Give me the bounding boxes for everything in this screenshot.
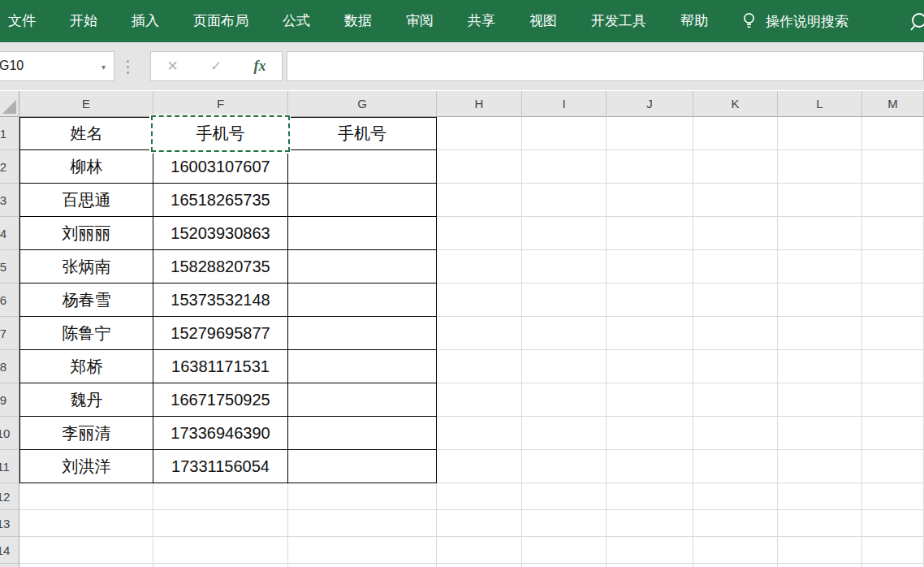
cell-E11[interactable]: 刘洪洋: [19, 450, 153, 483]
grid-cell-J4[interactable]: [607, 217, 693, 250]
ribbon-tab-5[interactable]: 公式: [283, 0, 310, 42]
grid-cell-K10[interactable]: [693, 417, 778, 450]
grid-cell-L15[interactable]: [778, 564, 862, 567]
grid-cell-J3[interactable]: [607, 184, 693, 217]
grid-cell-G13[interactable]: [288, 510, 437, 537]
grid-cell-M4[interactable]: [862, 217, 924, 250]
grid-cell-M10[interactable]: [862, 417, 924, 450]
enter-icon[interactable]: ✓: [210, 59, 222, 73]
grid-cell-M15[interactable]: [862, 564, 924, 567]
grid-cell-L11[interactable]: [778, 450, 862, 483]
grid-cell-K4[interactable]: [693, 217, 778, 250]
grid-cell-H1[interactable]: [437, 117, 522, 150]
grid-cell-H13[interactable]: [437, 510, 522, 537]
column-header-K[interactable]: K: [693, 91, 778, 117]
ribbon-tab-6[interactable]: 数据: [344, 0, 372, 42]
select-all-corner[interactable]: [0, 91, 19, 117]
grid-cell-G12[interactable]: [288, 483, 437, 510]
grid-cell-L12[interactable]: [778, 483, 862, 510]
cell-F7[interactable]: 15279695877: [153, 317, 288, 350]
grid-cell-K14[interactable]: [693, 537, 778, 564]
grid-cell-K15[interactable]: [693, 564, 778, 567]
grid-cell-J10[interactable]: [607, 417, 693, 450]
column-header-G[interactable]: G: [288, 91, 437, 117]
grid-cell-L6[interactable]: [778, 284, 862, 317]
cell-F1[interactable]: 手机号: [153, 117, 288, 150]
grid-cell-L5[interactable]: [778, 250, 862, 284]
row-header-2[interactable]: 2: [0, 150, 19, 184]
column-header-M[interactable]: M: [862, 91, 924, 117]
ribbon-tab-8[interactable]: 共享: [468, 0, 495, 42]
grid-cell-I11[interactable]: [522, 450, 607, 483]
cell-G6[interactable]: [288, 284, 437, 317]
cell-F2[interactable]: 16003107607: [153, 150, 288, 184]
row-header-8[interactable]: 8: [0, 350, 19, 383]
insert-function-icon[interactable]: fx: [253, 58, 266, 75]
row-header-6[interactable]: 6: [0, 284, 19, 317]
grid-cell-M3[interactable]: [862, 184, 924, 217]
cell-E8[interactable]: 郑桥: [19, 350, 153, 383]
column-header-J[interactable]: J: [607, 91, 693, 117]
name-box[interactable]: G10 ▾: [0, 51, 114, 81]
grid-cell-H7[interactable]: [437, 317, 522, 350]
grid-cell-I7[interactable]: [522, 317, 607, 350]
grid-cell-J8[interactable]: [607, 350, 693, 383]
grid-cell-H2[interactable]: [437, 150, 522, 184]
cell-F11[interactable]: 17331156054: [153, 450, 288, 483]
cell-F9[interactable]: 16671750925: [153, 383, 288, 417]
name-box-dropdown-icon[interactable]: ▾: [101, 63, 106, 71]
grid-cell-L1[interactable]: [778, 117, 862, 150]
grid-cell-M7[interactable]: [862, 317, 924, 350]
grid-cell-I9[interactable]: [522, 383, 607, 417]
grid-cell-J5[interactable]: [607, 250, 693, 284]
grid-cell-I14[interactable]: [522, 537, 607, 564]
cell-G2[interactable]: [288, 150, 437, 184]
grid-cell-J11[interactable]: [607, 450, 693, 483]
grid-cell-K5[interactable]: [693, 250, 778, 284]
row-header-12[interactable]: 12: [0, 483, 19, 510]
row-header-10[interactable]: 10: [0, 417, 19, 450]
grid-cell-J9[interactable]: [607, 383, 693, 417]
grid-cell-I12[interactable]: [522, 483, 607, 510]
cell-E10[interactable]: 李丽清: [19, 417, 153, 450]
ribbon-tab-9[interactable]: 视图: [529, 0, 557, 42]
grid-cell-K13[interactable]: [693, 510, 778, 537]
grid-cell-F12[interactable]: [153, 483, 288, 510]
grid-cell-M11[interactable]: [862, 450, 924, 483]
grid-cell-K3[interactable]: [693, 184, 778, 217]
tell-me-search[interactable]: 操作说明搜索: [742, 12, 848, 31]
ribbon-tab-1[interactable]: 文件: [8, 0, 36, 42]
cell-G7[interactable]: [288, 317, 437, 350]
cell-F6[interactable]: 15373532148: [153, 284, 288, 317]
row-header-7[interactable]: 7: [0, 317, 19, 350]
grid-cell-H4[interactable]: [437, 217, 522, 250]
grid-cell-L3[interactable]: [778, 184, 862, 217]
grid-cell-L10[interactable]: [778, 417, 862, 450]
column-header-I[interactable]: I: [522, 91, 607, 117]
grid-cell-E14[interactable]: [19, 537, 153, 564]
cell-E2[interactable]: 柳林: [19, 150, 153, 184]
grid-cell-M14[interactable]: [862, 537, 924, 564]
grid-cell-F15[interactable]: [153, 564, 288, 567]
cancel-icon[interactable]: ✕: [167, 59, 179, 73]
grid-cell-K6[interactable]: [693, 284, 778, 317]
ribbon-tab-2[interactable]: 开始: [70, 0, 97, 42]
grid-cell-F13[interactable]: [153, 510, 288, 537]
grid-cell-L13[interactable]: [778, 510, 862, 537]
cell-E3[interactable]: 百思通: [19, 184, 153, 217]
ribbon-tab-7[interactable]: 审阅: [406, 0, 434, 42]
cell-E7[interactable]: 陈鲁宁: [19, 317, 153, 350]
grid-cell-H6[interactable]: [437, 284, 522, 317]
grid-cell-I15[interactable]: [522, 564, 607, 567]
cell-G11[interactable]: [288, 450, 437, 483]
row-header-14[interactable]: 14: [0, 537, 19, 564]
grid-cell-K2[interactable]: [693, 150, 778, 184]
ribbon-tab-10[interactable]: 开发工具: [591, 0, 646, 42]
ribbon-tab-4[interactable]: 页面布局: [193, 0, 248, 42]
grid-cell-L14[interactable]: [778, 537, 862, 564]
grid-cell-I6[interactable]: [522, 284, 607, 317]
cell-E9[interactable]: 魏丹: [19, 383, 153, 417]
grid-cell-I3[interactable]: [522, 184, 607, 217]
cell-G3[interactable]: [288, 184, 437, 217]
search-icon[interactable]: [909, 11, 924, 34]
